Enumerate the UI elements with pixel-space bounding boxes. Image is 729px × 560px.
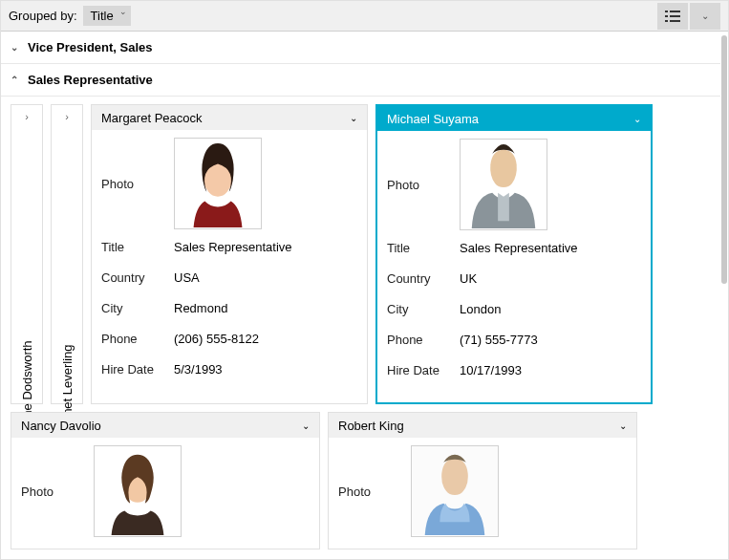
field-label-phone: Phone	[387, 333, 460, 347]
card-margaret-peacock[interactable]: Margaret Peacock ⌄ Photo	[91, 104, 368, 404]
toolbar: Grouped by: Title ⌄ ⌄	[1, 1, 728, 32]
chevron-down-icon[interactable]: ⌄	[619, 420, 627, 431]
collapsed-card-janet[interactable]: › Janet Leverling	[51, 104, 83, 404]
field-label-photo: Photo	[387, 178, 460, 192]
view-dropdown-button[interactable]: ⌄	[690, 3, 720, 30]
person-icon	[95, 445, 181, 536]
field-label-city: City	[387, 302, 460, 316]
person-icon	[412, 445, 498, 536]
list-view-button[interactable]	[657, 3, 688, 30]
field-label-photo: Photo	[101, 177, 174, 191]
person-icon	[175, 138, 261, 228]
card-robert-king[interactable]: Robert King ⌄ Photo	[328, 412, 637, 549]
field-label-city: City	[101, 301, 174, 315]
field-value-country: USA	[174, 270, 357, 285]
field-value-hiredate: 5/3/1993	[174, 362, 357, 377]
collapsed-card-anne[interactable]: › Anne Dodsworth	[11, 104, 43, 404]
field-value-phone: (71) 555-7773	[460, 333, 641, 347]
group-header-vp-sales[interactable]: ⌄ Vice President, Sales	[1, 32, 720, 64]
card-title: Nancy Davolio	[21, 419, 101, 433]
list-icon	[665, 10, 680, 23]
field-label-phone: Phone	[101, 332, 174, 346]
card-header[interactable]: Nancy Davolio ⌄	[11, 413, 319, 438]
chevron-right-icon: ›	[65, 111, 69, 122]
field-label-photo: Photo	[21, 485, 94, 499]
chevron-down-icon: ⌄	[11, 42, 28, 53]
field-label-hiredate: Hire Date	[387, 363, 460, 377]
group-label: Vice President, Sales	[28, 40, 153, 54]
field-label-photo: Photo	[338, 485, 411, 499]
group-label: Sales Representative	[28, 73, 153, 87]
photo	[411, 445, 499, 537]
scrollbar[interactable]	[721, 35, 727, 555]
photo	[460, 139, 547, 230]
chevron-right-icon: ›	[25, 111, 29, 122]
field-value-title: Sales Representative	[460, 241, 641, 255]
field-value-country: UK	[460, 271, 641, 286]
field-label-title: Title	[101, 240, 174, 254]
card-title: Margaret Peacock	[101, 111, 203, 125]
field-value-hiredate: 10/17/1993	[460, 363, 641, 377]
svg-rect-2	[665, 15, 668, 17]
card-title: Michael Suyama	[387, 112, 479, 126]
card-header[interactable]: Michael Suyama ⌄	[377, 106, 651, 131]
chevron-down-icon[interactable]: ⌄	[633, 114, 641, 124]
svg-rect-5	[670, 20, 680, 22]
photo	[174, 138, 262, 229]
field-value-title: Sales Representative	[174, 240, 357, 254]
svg-rect-4	[665, 20, 668, 22]
chevron-down-icon: ⌄	[119, 7, 127, 16]
field-value-city: Redmond	[174, 301, 357, 315]
scrollbar-thumb[interactable]	[721, 35, 727, 284]
field-label-title: Title	[387, 241, 460, 255]
field-label-country: Country	[101, 270, 174, 285]
field-label-hiredate: Hire Date	[101, 362, 174, 377]
chevron-up-icon: ⌃	[11, 75, 28, 85]
card-header[interactable]: Margaret Peacock ⌄	[92, 105, 367, 130]
person-icon	[461, 139, 547, 229]
svg-rect-3	[670, 15, 680, 17]
card-michael-suyama[interactable]: Michael Suyama ⌄ Photo	[375, 104, 653, 404]
card-nancy-davolio[interactable]: Nancy Davolio ⌄ Photo	[11, 412, 320, 549]
group-chip-text: Title	[91, 9, 114, 23]
chevron-down-icon[interactable]: ⌄	[350, 113, 357, 123]
grouped-by-label: Grouped by:	[9, 9, 77, 23]
group-chip-title[interactable]: Title ⌄	[83, 6, 131, 26]
field-value-city: London	[460, 302, 641, 316]
card-title: Robert King	[338, 419, 404, 433]
svg-rect-1	[670, 11, 680, 12]
field-label-country: Country	[387, 271, 460, 286]
field-value-phone: (206) 555-8122	[174, 332, 357, 346]
chevron-down-icon[interactable]: ⌄	[302, 420, 310, 431]
card-header[interactable]: Robert King ⌄	[329, 413, 636, 438]
svg-rect-0	[665, 11, 668, 12]
chevron-down-icon: ⌄	[701, 11, 709, 21]
group-header-sales-rep[interactable]: ⌃ Sales Representative	[1, 64, 720, 97]
photo	[94, 445, 182, 537]
